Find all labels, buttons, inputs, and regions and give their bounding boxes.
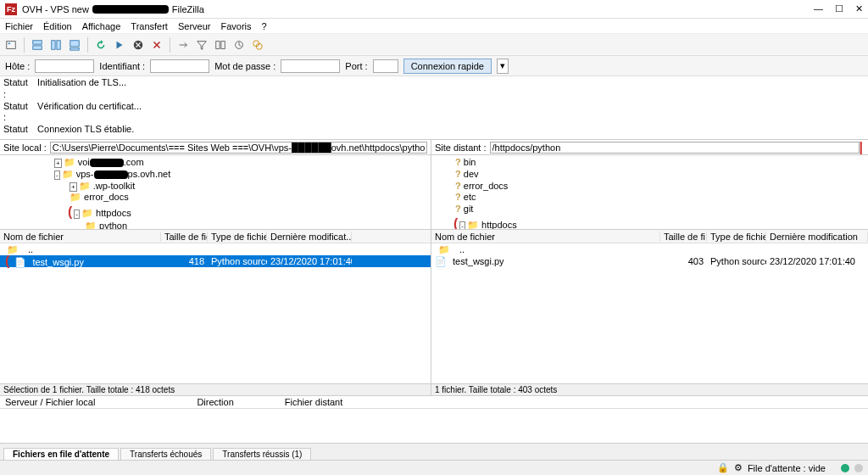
queue-col-remote: Fichier distant [285, 397, 342, 407]
parent-dir-row[interactable]: 📁 .. [431, 243, 868, 255]
panes: Site local : +📁 voi.com-📁 vps-ps.ovh.net… [0, 140, 868, 395]
file-row[interactable]: 📄 test_wsgi.py 403 Python source file 23… [431, 255, 868, 267]
queue-header: Serveur / Fichier local Direction Fichie… [0, 395, 868, 409]
redacted [92, 5, 169, 14]
queue-status-label: File d'attente : vide [748, 463, 826, 473]
remote-path-label: Site distant : [435, 142, 487, 153]
status-dot [854, 464, 863, 472]
remote-status: 1 fichier. Taille totale : 403 octets [431, 383, 868, 395]
disconnect-icon[interactable] [149, 37, 164, 53]
menu-view[interactable]: Affichage [82, 21, 121, 31]
remote-list-header[interactable]: Nom de fichier Taille de fi... Type de f… [431, 230, 868, 243]
tree-node[interactable]: (-📁 httpdocs [3, 204, 427, 221]
queue-col-direction: Direction [197, 397, 233, 407]
remote-file-list[interactable]: Nom de fichier Taille de fi... Type de f… [431, 230, 868, 383]
compare-icon[interactable] [213, 37, 228, 53]
tab-queued[interactable]: Fichiers en file d'attente [3, 448, 119, 460]
svg-rect-3 [33, 45, 42, 48]
svg-rect-5 [57, 40, 60, 49]
menu-transfer[interactable]: Transfert [131, 21, 168, 31]
tree-node[interactable]: ? error_docs [435, 181, 865, 193]
menu-bookmarks[interactable]: Favoris [220, 21, 251, 31]
local-pane: Site local : +📁 voi.com-📁 vps-ps.ovh.net… [0, 140, 431, 395]
sync-icon[interactable] [231, 37, 247, 53]
quickconnect-dropdown[interactable]: ▾ [497, 59, 509, 74]
remote-tree[interactable]: ? bin? dev? error_docs? etc? git(-📁 http… [431, 155, 868, 230]
toggle-log-icon[interactable] [30, 37, 45, 53]
tree-node[interactable]: +📁 .wp-toolkit [3, 181, 427, 193]
host-label: Hôte : [5, 61, 30, 71]
maximize-button[interactable]: ☐ [835, 3, 843, 14]
pass-input[interactable] [281, 59, 340, 73]
process-queue-icon[interactable] [112, 37, 127, 53]
refresh-icon[interactable] [93, 37, 108, 53]
reconnect-icon[interactable] [175, 37, 191, 53]
tab-success[interactable]: Transferts réussis (1) [213, 448, 311, 460]
tab-failed[interactable]: Transferts échoués [120, 448, 211, 460]
host-input[interactable] [35, 59, 94, 73]
svg-rect-4 [52, 40, 55, 49]
user-input[interactable] [150, 59, 209, 73]
tree-node[interactable]: ? git [435, 204, 865, 215]
local-file-list[interactable]: Nom de fichier Taille de fic... Type de … [0, 230, 431, 383]
tree-node[interactable]: +📁 voi.com [3, 157, 427, 169]
lock-icon[interactable]: 🔒 [717, 462, 729, 473]
remote-path-input[interactable] [490, 142, 860, 154]
remote-pane: Site distant : | ? bin? dev? error_docs?… [431, 140, 868, 395]
toolbar [0, 34, 868, 56]
local-status: Sélection de 1 fichier. Taille totale : … [0, 383, 431, 395]
svg-rect-0 [7, 41, 16, 48]
menu-bar: Fichier Édition Affichage Transfert Serv… [0, 19, 868, 34]
user-label: Identifiant : [99, 61, 145, 71]
local-tree[interactable]: +📁 voi.com-📁 vps-ps.ovh.net+📁 .wp-toolki… [0, 155, 431, 230]
status-dot [841, 464, 849, 472]
tree-node[interactable]: -📁 vps-ps.ovh.net [3, 169, 427, 181]
window-title-prefix: OVH - VPS new [22, 4, 89, 14]
svg-rect-6 [70, 40, 80, 46]
quickconnect-bar: Hôte : Identifiant : Mot de passe : Port… [0, 56, 868, 76]
status-bar: 🔒 ⚙ File d'attente : vide [0, 460, 868, 475]
tree-node[interactable]: 📁 python [3, 221, 427, 230]
queue-col-local: Serveur / Fichier local [5, 397, 95, 407]
queue-tabs: Fichiers en file d'attente Transferts éc… [0, 443, 868, 460]
queue-body[interactable] [0, 409, 868, 443]
svg-rect-7 [70, 48, 80, 50]
tree-node[interactable]: ? bin [435, 157, 865, 169]
port-input[interactable] [373, 59, 398, 73]
svg-rect-10 [221, 41, 225, 48]
cancel-icon[interactable] [131, 37, 146, 53]
status-log[interactable]: Statut : Initialisation de TLS...Statut … [0, 76, 868, 140]
menu-file[interactable]: Fichier [5, 21, 33, 31]
minimize-button[interactable]: — [814, 3, 823, 14]
svg-rect-2 [33, 40, 42, 43]
tree-node[interactable]: ? etc [435, 192, 865, 204]
file-row[interactable]: (📄 test_wsgi.py 418 Python source ... 23… [0, 255, 431, 267]
filter-icon[interactable] [194, 37, 209, 53]
menu-edit[interactable]: Édition [43, 21, 72, 31]
pass-label: Mot de passe : [214, 61, 275, 71]
app-icon: Fz [5, 3, 17, 15]
local-path-input[interactable] [50, 142, 427, 154]
toggle-tree-icon[interactable] [48, 37, 64, 53]
quickconnect-button[interactable]: Connexion rapide [403, 59, 492, 74]
tree-node[interactable]: 📁 error_docs [3, 192, 427, 204]
gear-icon[interactable]: ⚙ [734, 462, 743, 473]
search-icon[interactable] [250, 37, 265, 53]
svg-rect-1 [8, 42, 11, 44]
close-button[interactable]: ✕ [855, 3, 863, 14]
title-bar: Fz OVH - VPS new FileZilla — ☐ ✕ [0, 0, 868, 19]
menu-help[interactable]: ? [262, 21, 267, 31]
port-label: Port : [345, 61, 367, 71]
toggle-queue-icon[interactable] [67, 37, 82, 53]
tree-node[interactable]: ? dev [435, 169, 865, 181]
local-path-label: Site local : [3, 142, 47, 153]
site-manager-icon[interactable] [3, 37, 19, 53]
window-title-suffix: FileZilla [172, 4, 204, 14]
tree-node[interactable]: (-📁 httpdocs [435, 215, 865, 230]
svg-rect-9 [216, 41, 220, 48]
local-list-header[interactable]: Nom de fichier Taille de fic... Type de … [0, 230, 431, 243]
menu-server[interactable]: Serveur [178, 21, 211, 31]
